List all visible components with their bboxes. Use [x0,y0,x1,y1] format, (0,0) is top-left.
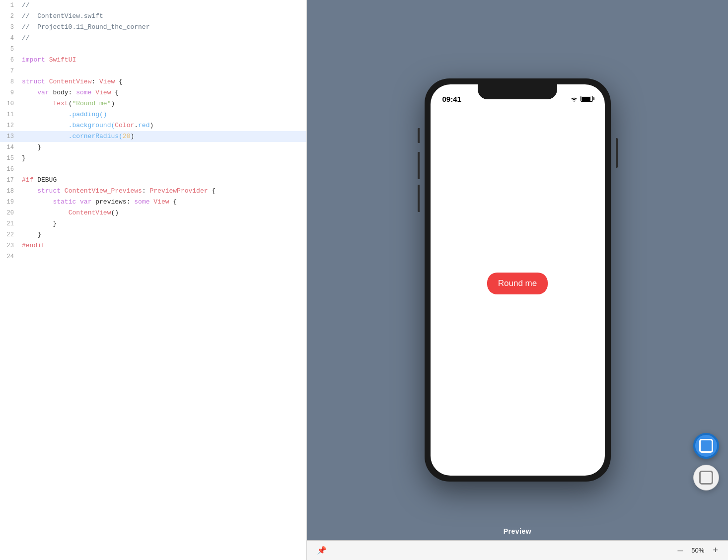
line-number: 11 [0,109,19,120]
screen-content: Round me [431,106,605,476]
line-content: Text("Round me") [19,98,115,109]
line-content: .cornerRadius(20) [19,131,134,142]
iphone-screen: 09:41 Round me [431,84,605,476]
preview-label: Preview [504,527,531,535]
snapshot-button[interactable] [693,465,719,490]
line-number: 23 [0,240,19,251]
code-line: 20 ContentView() [0,208,306,218]
line-number: 16 [0,164,19,175]
live-preview-icon [699,439,713,453]
line-number: 21 [0,218,19,229]
line-number: 1 [0,0,19,11]
line-content: // [19,33,30,44]
line-number: 15 [0,153,19,164]
code-content: 1//2// ContentView.swift3// Project10.11… [0,0,306,560]
zoom-percentage: 50% [688,547,708,554]
code-line: 6import SwiftUI [0,55,306,66]
line-content: ContentView() [19,208,119,218]
line-number: 9 [0,87,19,98]
line-content: var body: some View { [19,87,119,98]
line-content: import SwiftUI [19,55,76,66]
pin-button[interactable]: 📌 [317,546,327,556]
code-line: 10 Text("Round me") [0,98,306,109]
line-number: 14 [0,142,19,153]
bottom-left: 📌 [317,546,327,556]
line-number: 6 [0,55,19,66]
line-number: 18 [0,186,19,197]
code-line: 22 } [0,229,306,240]
line-content: } [19,229,41,240]
line-number: 17 [0,175,19,186]
volume-up-button [418,152,420,179]
line-content: .padding() [19,109,107,120]
line-content: } [19,142,41,153]
code-line: 15} [0,153,306,164]
snapshot-icon [699,471,713,485]
code-line: 1// [0,0,306,11]
line-content: // ContentView.swift [19,11,103,22]
round-me-button: Round me [487,273,548,294]
line-content: struct ContentView: View { [19,76,123,87]
volume-down-button [418,185,420,212]
line-number: 5 [0,44,19,55]
line-content: static var previews: some View { [19,197,177,208]
iphone-frame: 09:41 Round me [425,78,611,482]
line-number: 3 [0,22,19,33]
zoom-controls: — 50% + [677,546,718,556]
status-time: 09:41 [442,95,461,103]
code-line: 12 .background(Color.red) [0,120,306,131]
code-line: 16 [0,164,306,175]
line-number: 4 [0,33,19,44]
battery-icon [581,96,593,102]
code-line: 9 var body: some View { [0,87,306,98]
code-editor[interactable]: 1//2// ContentView.swift3// Project10.11… [0,0,307,560]
mute-button [418,128,420,143]
fab-container [693,433,719,490]
live-preview-button[interactable] [693,433,719,459]
code-line: 3// Project10.11_Round_the_corner [0,22,306,33]
status-icons [570,96,593,102]
code-line: 18 struct ContentView_Previews: PreviewP… [0,186,306,197]
line-content: } [19,153,26,164]
line-number: 19 [0,197,19,208]
line-content: #endif [19,240,45,251]
line-number: 22 [0,229,19,240]
code-line: 8struct ContentView: View { [0,76,306,87]
line-content: .background(Color.red) [19,120,153,131]
code-line: 5 [0,44,306,55]
line-content: // Project10.11_Round_the_corner [19,22,149,33]
line-content: // [19,0,30,11]
notch [478,84,557,99]
wifi-icon [570,96,578,102]
code-line: 2// ContentView.swift [0,11,306,22]
code-line: 14 } [0,142,306,153]
code-line: 21 } [0,218,306,229]
preview-bottom-bar: 📌 — 50% + [307,540,728,560]
line-number: 20 [0,208,19,218]
zoom-in-button[interactable]: + [713,546,718,556]
power-button [616,138,618,168]
line-number: 12 [0,120,19,131]
line-number: 10 [0,98,19,109]
code-line: 24 [0,251,306,262]
line-number: 2 [0,11,19,22]
code-line: 11 .padding() [0,109,306,120]
line-content: #if DEBUG [19,175,57,186]
line-content: struct ContentView_Previews: PreviewProv… [19,186,216,197]
line-content: } [19,218,57,229]
code-line: 19 static var previews: some View { [0,197,306,208]
line-number: 7 [0,66,19,76]
line-number: 8 [0,76,19,87]
preview-panel: 09:41 Round me [307,0,728,560]
zoom-out-button[interactable]: — [677,546,683,556]
code-line: 13 .cornerRadius(20) [0,131,306,142]
code-line: 23#endif [0,240,306,251]
code-line: 7 [0,66,306,76]
line-number: 24 [0,251,19,262]
line-number: 13 [0,131,19,142]
code-line: 17#if DEBUG [0,175,306,186]
code-line: 4// [0,33,306,44]
